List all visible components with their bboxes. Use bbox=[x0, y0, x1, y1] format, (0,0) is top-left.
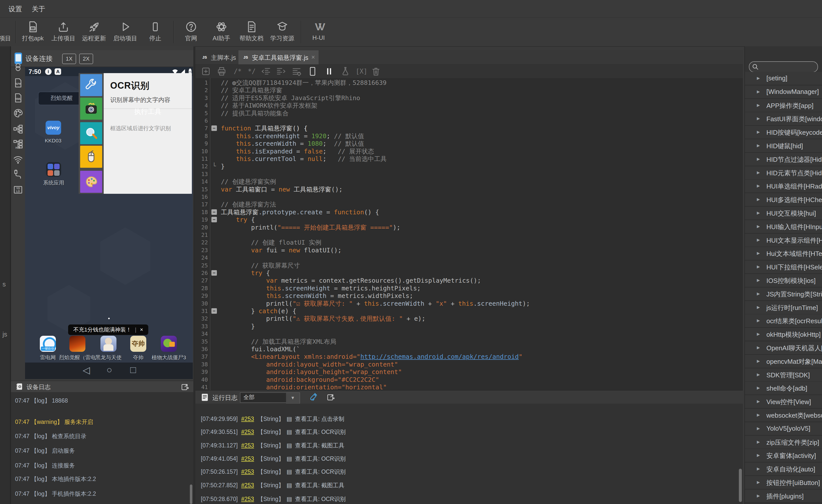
format-icon[interactable] bbox=[292, 66, 302, 76]
toolbox-tile-palette[interactable] bbox=[80, 171, 102, 193]
add-icon[interactable] bbox=[201, 66, 211, 76]
nav-back-icon[interactable]: ◁ bbox=[83, 365, 90, 376]
run-log-row[interactable]: [07:50:27.852]#253【String】▤查看工具: 截图工具 bbox=[201, 481, 344, 489]
api-item[interactable]: ►YoloV5[yoloV5] bbox=[745, 422, 822, 436]
api-item[interactable]: ►js运行时[runTime] bbox=[745, 301, 822, 315]
log-ref-link[interactable]: #253 bbox=[241, 455, 254, 462]
api-item[interactable]: ►websocket类[websock bbox=[745, 409, 822, 422]
api-item[interactable]: ►HUI单选组件[HRadio] bbox=[745, 179, 822, 193]
api-item[interactable]: ►SDK管理[SDK] bbox=[745, 368, 822, 382]
hid-tree-icon[interactable]: HID bbox=[13, 139, 23, 149]
fold-collapse-icon[interactable]: − bbox=[212, 308, 217, 314]
main-scrollbar[interactable] bbox=[739, 469, 742, 502]
palette-icon[interactable] bbox=[13, 108, 23, 118]
node-tree-icon[interactable] bbox=[13, 124, 23, 134]
toolbox-tile-camera[interactable] bbox=[80, 98, 102, 120]
code-line[interactable]: 24 bbox=[195, 254, 743, 262]
code-line[interactable]: 16 bbox=[195, 193, 743, 201]
xml-file-icon[interactable]: XML bbox=[13, 93, 23, 103]
menu-settings[interactable]: 设置 bbox=[9, 5, 22, 14]
log-ref-link[interactable]: #253 bbox=[241, 496, 254, 502]
code-line[interactable]: 13 bbox=[195, 170, 743, 178]
api-item[interactable]: ►安卓窗体[activity] bbox=[745, 449, 822, 462]
code-line[interactable]: 17// 创建悬浮窗方法 bbox=[195, 200, 743, 208]
device-log-row[interactable]: 07:47 【log】 本地插件版本:2.2 bbox=[15, 475, 96, 483]
api-item[interactable]: ►opencvMat对象[Mat] bbox=[745, 355, 822, 368]
code-line[interactable]: 30 printl("☑ 获取屏幕尺寸: " + this.screenWidt… bbox=[195, 300, 743, 308]
device-log-row[interactable]: 07:47 【log】 连接服务 bbox=[15, 462, 75, 469]
api-item[interactable]: ►HUI下拉组件[HSelect] bbox=[745, 261, 822, 274]
api-item[interactable]: ►shell命令[adb] bbox=[745, 382, 822, 395]
comment-open-icon[interactable]: /* bbox=[233, 66, 243, 76]
device-log-list[interactable]: 07:47 【log】 1886807:47 【warning】 服务未开启07… bbox=[11, 392, 193, 504]
fold-collapse-icon[interactable]: − bbox=[212, 270, 217, 276]
code-line[interactable]: 4// 基于AIWORK软件安卓开发框架 bbox=[195, 102, 743, 109]
printer-icon[interactable] bbox=[217, 66, 227, 76]
comment-close-icon[interactable]: */ bbox=[247, 66, 257, 76]
code-line[interactable]: 10 this.isExpanded = false; // 展开状态 bbox=[195, 147, 743, 155]
api-item[interactable]: ►FastUI界面类[window] bbox=[745, 112, 822, 126]
api-item[interactable]: ►HUI输入组件[HInput] bbox=[745, 220, 822, 233]
clear-log-broom-icon[interactable] bbox=[310, 393, 319, 402]
run-log-row[interactable]: [07:50:26.157]#253【String】▤查看工具: OCR识别 bbox=[201, 468, 346, 476]
api-item[interactable]: ►OpenAI聊天机器人[cha bbox=[745, 341, 822, 355]
run-tool-button[interactable]: 执行工具 bbox=[110, 105, 186, 119]
api-item[interactable]: ►Hui文本域组件[HTextA bbox=[745, 247, 822, 261]
code-line[interactable]: 9 this.screenWidth = 1080; // 默认值 bbox=[195, 140, 743, 147]
code-line[interactable]: 41 android:orientation="horizontal" bbox=[195, 383, 743, 390]
code-line[interactable]: 19− try { bbox=[195, 216, 743, 223]
log-ref-link[interactable]: #253 bbox=[241, 482, 254, 488]
trash-icon[interactable] bbox=[371, 66, 381, 76]
toolbar-button-help-circle[interactable]: 官网 bbox=[173, 20, 209, 42]
run-log-popout-icon[interactable] bbox=[327, 393, 335, 401]
fold-collapse-icon[interactable]: − bbox=[212, 217, 217, 222]
api-item[interactable]: ►HUI交互模块[hui] bbox=[745, 206, 822, 220]
device-log-row[interactable]: 07:47 【log】 手机插件版本:2.2 bbox=[15, 490, 96, 498]
code-line[interactable]: 29 this.screenWidth = metrics.widthPixel… bbox=[195, 292, 743, 300]
code-line[interactable]: 7−function 工具箱悬浮窗() { bbox=[195, 124, 743, 132]
flask-icon[interactable] bbox=[340, 66, 350, 76]
wifi-icon[interactable] bbox=[13, 154, 23, 164]
code-line[interactable]: 31− } catch(e) { bbox=[195, 307, 743, 315]
code-line[interactable]: 3// 适用于ES5系统安卓 JavaScript引擎Rhino bbox=[195, 94, 743, 102]
api-item[interactable]: ►View控件[View] bbox=[745, 395, 822, 409]
device-log-row[interactable]: 07:47 【log】 检查系统目录 bbox=[15, 432, 86, 440]
code-line[interactable]: 12└} bbox=[195, 162, 743, 170]
api-item[interactable]: ►HUI文本显示组件[Htext bbox=[745, 233, 822, 247]
api-item[interactable]: ►HID元素节点类[HidNo bbox=[745, 166, 822, 180]
code-line[interactable]: 40 android:background="#CC2C2C2C" bbox=[195, 376, 743, 384]
nav-home-icon[interactable]: ○ bbox=[106, 365, 112, 375]
code-line[interactable]: 26− try { bbox=[195, 269, 743, 277]
log-ref-link[interactable]: #253 bbox=[241, 429, 254, 435]
api-item[interactable]: ►JS内置String类[String] bbox=[745, 288, 822, 301]
code-line[interactable]: 21 bbox=[195, 231, 743, 239]
code-line[interactable]: 36 fui.loadXML(` bbox=[195, 345, 743, 353]
close-icon[interactable]: × bbox=[311, 54, 315, 61]
toolbar-button-rocket[interactable]: 远程更新 bbox=[76, 20, 111, 42]
api-item[interactable]: ►按钮控件[uiButton] bbox=[745, 476, 822, 489]
toolbar-button-document[interactable]: 帮助文档 bbox=[234, 20, 269, 42]
run-log-row[interactable]: [07:50:28.670]#253【String】▤查看工具: OCR识别 bbox=[201, 495, 346, 503]
toolbar-button-stop[interactable]: 停止 bbox=[138, 20, 173, 42]
run-log-row[interactable]: [07:49:41.054]#253【String】▤查看工具: OCR识别 bbox=[201, 455, 346, 463]
ad-app-icon[interactable] bbox=[100, 336, 116, 352]
code-line[interactable]: 20 printl("===== 开始创建工具箱悬浮窗 ====="); bbox=[195, 223, 743, 231]
code-line[interactable]: 39 android:layout_height="wrap_content" bbox=[195, 368, 743, 376]
code-line[interactable]: 37 <LinearLayout xmlns:android="http://s… bbox=[195, 353, 743, 361]
toolbar-button-ai-flower[interactable]: AI助手 bbox=[204, 20, 239, 42]
api-item[interactable]: ►IOS控制模块[ios] bbox=[745, 274, 822, 288]
run-log-row[interactable]: [07:49:29.959]#253【String】▤查看工具: 点击录制 bbox=[201, 415, 344, 423]
fold-collapse-icon[interactable]: − bbox=[212, 125, 217, 131]
api-item[interactable]: ►ocr结果类[ocrResult] bbox=[745, 314, 822, 328]
device-log-scrollbar[interactable] bbox=[190, 484, 192, 504]
device-log-row[interactable]: 07:47 【warning】 服务未开启 bbox=[15, 418, 93, 426]
app-icon-vivoy[interactable]: vivoy bbox=[46, 121, 61, 135]
api-item[interactable]: ►安卓自动化[auto] bbox=[745, 462, 822, 476]
nav-recents-icon[interactable]: □ bbox=[130, 365, 136, 375]
api-item[interactable]: ►[seting] bbox=[745, 72, 822, 85]
tooltip-close-icon[interactable]: × bbox=[140, 327, 143, 333]
toolbox-tile-mouse[interactable] bbox=[80, 146, 102, 168]
code-line[interactable]: 11 this.currentTool = null; // 当前选中工具 bbox=[195, 155, 743, 163]
apk-file-icon[interactable]: APK bbox=[13, 78, 23, 88]
code-line[interactable]: 1// ◍交流QQ群711841924群一，苹果内测群，528816639 bbox=[195, 79, 743, 87]
